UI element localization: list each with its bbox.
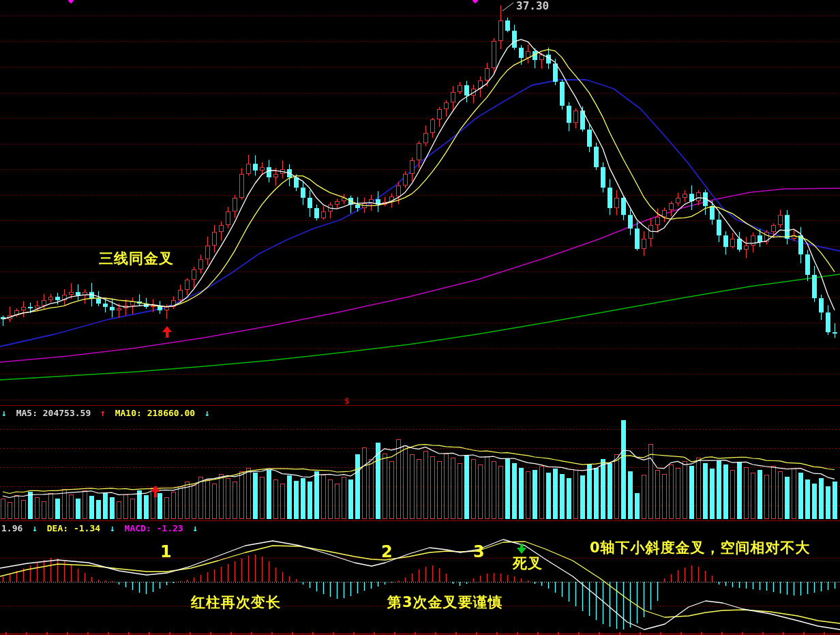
volume-ma-labels: ↓ MA5: 204753.59 ↑ MA10: 218660.00 ↓ <box>1 409 214 417</box>
dollar-marker: $ <box>344 396 350 405</box>
dif-arrow-icon: ↓ <box>32 523 38 533</box>
dea-arrow-icon: ↓ <box>110 523 115 533</box>
golden-cross-1-label: 1 <box>160 544 172 560</box>
vol-ma5-arrow-icon: ↑ <box>100 408 106 418</box>
death-cross-down-arrow-icon <box>517 548 526 554</box>
death-cross-note: 死叉 <box>513 557 543 571</box>
golden-cross-2-label: 2 <box>381 544 393 560</box>
three-line-golden-cross-note: 三线同金叉 <box>99 252 174 266</box>
macd-arrow-icon: ↓ <box>192 523 198 533</box>
golden-cross-3-label: 3 <box>473 544 485 560</box>
zero-axis-cross-note: 0轴下小斜度金叉，空间相对不大 <box>590 541 811 555</box>
red-bars-longer-note: 红柱再次变长 <box>191 595 281 610</box>
macd-value-label: MACD: -1.23 <box>125 523 183 533</box>
dif-value-label: 1.96 <box>1 523 22 533</box>
third-golden-cross-caution-note: 第3次金叉要谨慎 <box>387 595 503 610</box>
vol-ma10-label: MA10: 218660.00 <box>115 408 195 418</box>
macd-indicator-labels: 1.96 ↓ DEA: -1.34 ↓ MACD: -1.23 ↓ <box>1 524 202 533</box>
vol-arrow-icon: ↓ <box>1 408 7 418</box>
peak-price-label: 37.30 <box>516 1 549 12</box>
dea-value-label: DEA: -1.34 <box>47 523 100 533</box>
vol-ma10-arrow-icon: ↓ <box>205 408 210 418</box>
stock-chart-app: 37.30 三线同金叉 $ ↓ MA5: 204753.59 ↑ MA10: 2… <box>0 0 840 635</box>
volume-up-arrow-icon <box>151 486 160 492</box>
vol-ma5-label: MA5: 204753.59 <box>16 408 91 418</box>
buy-signal-up-arrow-icon <box>162 326 172 332</box>
